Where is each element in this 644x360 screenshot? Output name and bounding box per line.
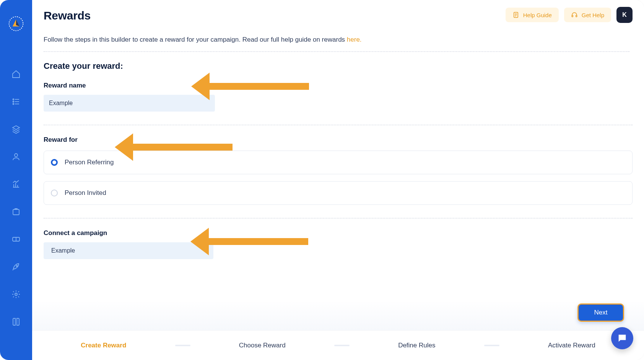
subtext-prefix: Follow the steps in this builder to crea… xyxy=(44,36,347,43)
nav-steps-icon[interactable] xyxy=(8,93,24,110)
svg-point-11 xyxy=(15,293,17,295)
chat-fab[interactable] xyxy=(611,327,633,349)
nav-settings-icon[interactable] xyxy=(8,286,24,303)
step-activate-reward[interactable]: Activate Reward xyxy=(548,342,595,349)
radio-label: Person Invited xyxy=(65,189,106,197)
radio-selected-icon xyxy=(51,159,58,166)
stepper: Create Reward Choose Reward Define Rules… xyxy=(32,330,644,360)
step-separator xyxy=(175,345,190,346)
svg-point-10 xyxy=(16,266,18,267)
step-define-rules[interactable]: Define Rules xyxy=(398,342,435,349)
separator xyxy=(44,218,633,219)
svg-point-1 xyxy=(13,99,14,100)
connect-campaign-select[interactable] xyxy=(44,242,213,259)
svg-point-5 xyxy=(13,104,14,105)
svg-point-7 xyxy=(15,154,18,157)
reward-for-option-invited[interactable]: Person Invited xyxy=(44,181,633,205)
app-logo xyxy=(8,15,24,32)
headset-icon xyxy=(571,11,578,18)
separator xyxy=(44,51,629,52)
step-create-reward[interactable]: Create Reward xyxy=(81,342,126,349)
sidebar xyxy=(0,0,32,360)
nav-docs-icon[interactable] xyxy=(8,313,24,330)
nav-analytics-icon[interactable] xyxy=(8,176,24,193)
step-separator xyxy=(484,345,499,346)
nav-home-icon[interactable] xyxy=(8,66,24,83)
get-help-button[interactable]: Get Help xyxy=(564,8,611,22)
step-separator xyxy=(334,345,350,346)
page-subtext: Follow the steps in this builder to crea… xyxy=(44,36,629,44)
svg-rect-8 xyxy=(13,209,19,215)
help-guide-label: Help Guide xyxy=(523,12,552,18)
nav-package-icon[interactable] xyxy=(8,203,24,220)
next-button[interactable]: Next xyxy=(577,303,624,322)
svg-rect-17 xyxy=(576,15,577,17)
chat-icon xyxy=(617,333,628,344)
step-choose-reward[interactable]: Choose Reward xyxy=(239,342,286,349)
subtext-link[interactable]: here. xyxy=(347,36,362,43)
doc-icon xyxy=(512,11,519,18)
nav-ticket-icon[interactable] xyxy=(8,231,24,248)
connect-campaign-label: Connect a campaign xyxy=(44,229,633,237)
reward-name-label: Reward name xyxy=(44,82,633,89)
radio-label: Person Referring xyxy=(65,159,114,166)
section-title: Create your reward: xyxy=(44,61,633,71)
reward-for-option-referring[interactable]: Person Referring xyxy=(44,151,633,174)
nav-user-icon[interactable] xyxy=(8,148,24,165)
reward-for-label: Reward for xyxy=(44,136,633,144)
radio-unselected-icon xyxy=(51,190,58,196)
avatar[interactable]: K xyxy=(616,7,633,23)
separator xyxy=(44,125,633,125)
nav-rocket-icon[interactable] xyxy=(8,258,24,275)
get-help-label: Get Help xyxy=(582,12,604,18)
help-guide-button[interactable]: Help Guide xyxy=(506,8,559,22)
nav-layers-icon[interactable] xyxy=(8,121,24,138)
svg-point-3 xyxy=(13,101,14,102)
reward-name-input[interactable] xyxy=(44,95,215,112)
svg-rect-16 xyxy=(572,15,573,17)
